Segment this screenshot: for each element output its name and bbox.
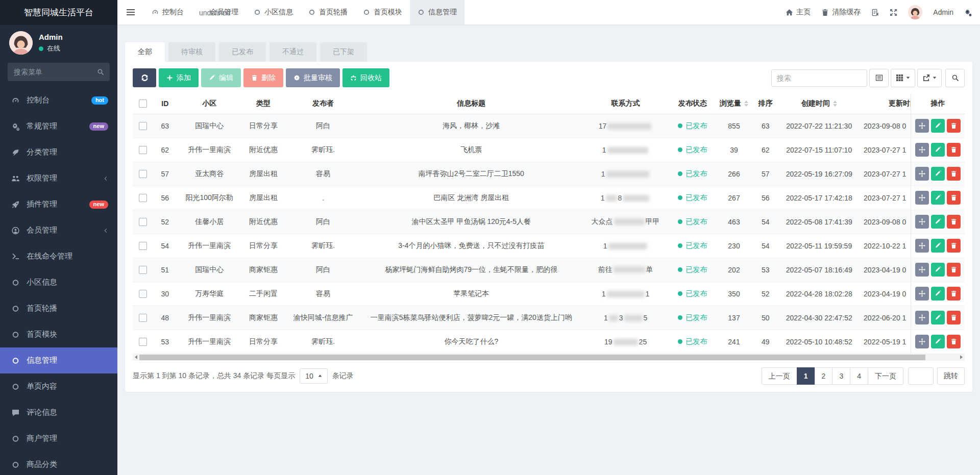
filter-tab-pending[interactable]: 待审核 [168,42,215,62]
row-edit-button[interactable] [931,191,945,205]
row-move-button[interactable] [915,143,929,157]
admin-name[interactable]: Admin [933,8,953,16]
avatar[interactable] [9,31,33,55]
page-jump-input[interactable] [908,367,934,385]
page-button-3[interactable]: 3 [832,367,850,385]
topbar-tab-info-manage[interactable]: 信息管理 [410,0,464,24]
row-delete-button[interactable] [947,335,961,348]
row-move-button[interactable] [915,311,929,324]
page-jump-button[interactable]: 跳转 [937,367,965,385]
topbar-tab-home-banner[interactable]: 首页轮播 [301,0,355,24]
clear-cache-link[interactable]: 清除缓存 [821,8,861,17]
sort-arrows-icon[interactable] [744,101,748,107]
row-checkbox[interactable] [139,314,147,322]
recycle-bin-button[interactable]: 回收站 [342,68,389,87]
log-button[interactable] [871,9,879,16]
row-checkbox[interactable] [139,218,147,226]
row-checkbox[interactable] [139,170,147,178]
sidebar-item-home-banner[interactable]: 首页轮播 [0,295,117,321]
sidebar-item-console[interactable]: 控制台hot [0,87,117,113]
columns-button[interactable] [891,69,915,87]
row-edit-button[interactable] [931,263,945,277]
detail-view-button[interactable] [869,69,889,87]
row-move-button[interactable] [915,215,929,229]
row-checkbox[interactable] [139,290,147,298]
admin-avatar[interactable] [908,5,922,19]
add-button[interactable]: 添加 [159,68,199,87]
row-move-button[interactable] [915,119,929,133]
row-edit-button[interactable] [931,215,945,229]
column-header[interactable]: 浏览量 [715,93,753,114]
sort-arrows-icon[interactable] [833,101,837,107]
row-delete-button[interactable] [947,311,961,324]
row-move-button[interactable] [915,239,929,253]
sidebar-item-online-command[interactable]: 在线命令管理 [0,243,117,269]
row-checkbox[interactable] [139,338,147,346]
sidebar-item-comment-info[interactable]: 评论信息 [0,399,117,426]
edit-button[interactable]: 编辑 [201,68,241,87]
sidebar-item-general[interactable]: 常规管理new [0,113,117,139]
sidebar-item-home-module[interactable]: 首页模块 [0,321,117,347]
row-delete-button[interactable] [947,239,961,253]
sidebar-item-auth[interactable]: 权限管理 [0,165,117,191]
select-all-checkbox[interactable] [139,99,147,108]
page-button-2[interactable]: 2 [815,367,833,385]
page-button-4[interactable]: 4 [850,367,868,385]
home-link[interactable]: 主页 [786,8,811,17]
delete-button[interactable]: 删除 [243,68,283,87]
row-edit-button[interactable] [931,287,945,301]
menu-toggle-icon[interactable] [117,0,144,24]
scroll-left-arrow-icon[interactable] [133,354,139,361]
export-button[interactable] [917,69,942,87]
sidebar-item-category[interactable]: 分类管理 [0,139,117,165]
row-move-button[interactable] [915,335,929,348]
filter-tab-rejected[interactable]: 不通过 [270,42,316,62]
filter-tab-all[interactable]: 全部 [125,42,165,62]
row-checkbox[interactable] [139,194,147,202]
row-delete-button[interactable] [947,215,961,229]
row-delete-button[interactable] [947,119,961,133]
sidebar-item-addon[interactable]: 插件管理new [0,191,117,217]
fullscreen-button[interactable] [890,9,897,16]
sidebar-item-info-manage[interactable]: 信息管理 [0,347,117,373]
row-edit-button[interactable] [931,335,945,348]
sidebar-item-member[interactable]: 会员管理 [0,217,117,243]
filter-tab-published[interactable]: 已发布 [219,42,266,62]
row-edit-button[interactable] [931,311,945,324]
row-move-button[interactable] [915,191,929,205]
row-move-button[interactable] [915,263,929,277]
next-page-button[interactable]: 下一页 [868,367,903,385]
filter-tab-offline[interactable]: 已下架 [320,42,367,62]
topbar-tab-community-info[interactable]: 小区信息 [246,0,301,24]
sidebar-item-community-info[interactable]: 小区信息 [0,269,117,295]
prev-page-button[interactable]: 上一页 [762,367,797,385]
batch-audit-button[interactable]: 批量审核 [286,68,340,87]
row-delete-button[interactable] [947,167,961,181]
refresh-button[interactable] [133,68,156,87]
row-edit-button[interactable] [931,239,945,253]
row-delete-button[interactable] [947,143,961,157]
page-size-select[interactable]: 10 [300,368,328,384]
scrollbar-thumb[interactable] [139,355,925,360]
sidebar-search-input[interactable] [8,63,110,81]
row-edit-button[interactable] [931,167,945,181]
row-delete-button[interactable] [947,191,961,205]
sidebar-item-merchant[interactable]: 商户管理 [0,426,117,452]
topbar-tab-console[interactable]: 控制台 [144,0,191,24]
page-button-1[interactable]: 1 [797,367,815,385]
horizontal-scrollbar[interactable] [133,354,965,361]
column-header[interactable]: 创建时间 [778,93,860,114]
row-delete-button[interactable] [947,263,961,277]
sidebar-item-goods-category[interactable]: 商品分类 [0,452,117,475]
search-toggle-button[interactable] [945,69,965,87]
sidebar-item-single-page[interactable]: 单页内容 [0,373,117,399]
row-checkbox[interactable] [139,266,147,274]
topbar-tab-home-module[interactable]: 首页模块 [355,0,410,24]
row-edit-button[interactable] [931,119,945,133]
row-delete-button[interactable] [947,287,961,301]
row-checkbox[interactable] [139,122,147,130]
table-search-input[interactable] [771,69,867,87]
settings-button[interactable] [964,9,972,16]
row-move-button[interactable] [915,167,929,181]
row-edit-button[interactable] [931,143,945,157]
